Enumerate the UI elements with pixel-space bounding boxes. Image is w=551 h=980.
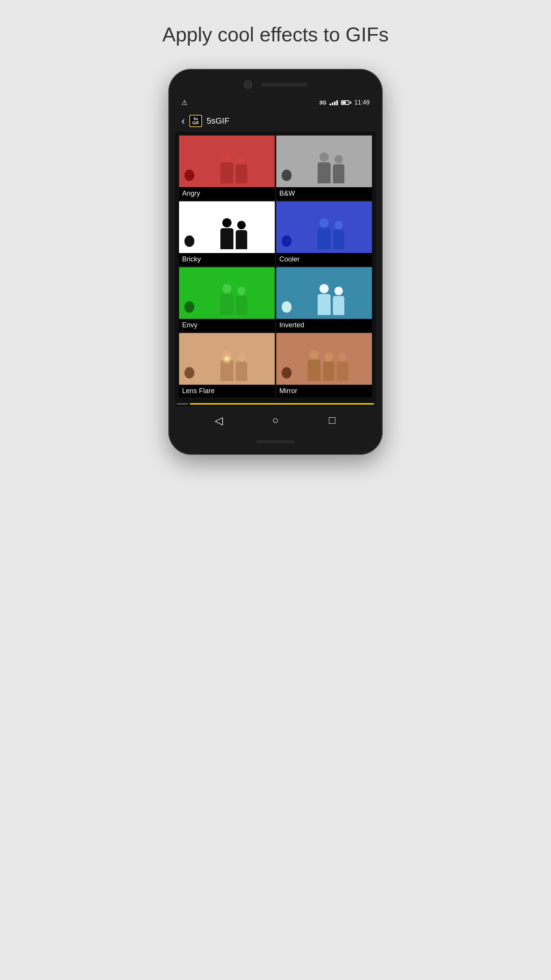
- figure-1: [318, 218, 331, 249]
- app-logo: 5s GIF: [189, 115, 202, 127]
- effect-label-lensflare: Lens Flare: [179, 385, 275, 397]
- effect-label-envy: Envy: [179, 319, 275, 332]
- effect-item-angry[interactable]: Angry: [179, 136, 275, 200]
- figure-2: [333, 221, 344, 249]
- warning-icon: ⚠: [181, 98, 187, 107]
- figure-2: [236, 353, 247, 381]
- signal-bar-3: [334, 101, 336, 105]
- effect-thumbnail-inverted: [276, 267, 372, 319]
- back-button[interactable]: ‹: [181, 115, 185, 127]
- effect-label-mirror: Mirror: [276, 385, 372, 397]
- effect-item-envy[interactable]: Envy: [179, 267, 275, 332]
- effect-label-bw: B&W: [276, 187, 372, 200]
- effect-item-lensflare[interactable]: Lens Flare: [179, 333, 275, 397]
- effect-thumbnail-envy: [179, 267, 275, 319]
- phone-bottom-bar: [175, 440, 376, 443]
- app-title: 5sGIF: [207, 116, 230, 126]
- signal-strength: 3G: [319, 100, 326, 106]
- phone-speaker: [261, 83, 307, 87]
- effect-item-bw[interactable]: B&W: [276, 136, 372, 200]
- effect-thumbnail-cooler: [276, 201, 372, 253]
- nav-back-button[interactable]: ◁: [209, 411, 228, 430]
- page-title: Apply cool effects to GIFs: [162, 23, 389, 46]
- effect-label-angry: Angry: [179, 187, 275, 200]
- figure-1: [318, 284, 331, 315]
- nav-bar: ◁ ○ □: [175, 407, 376, 434]
- battery-icon: [341, 100, 351, 105]
- effect-item-inverted[interactable]: Inverted: [276, 267, 372, 332]
- signal-bars: [329, 100, 338, 105]
- effect-label-bricky: Bricky: [179, 253, 275, 266]
- effect-label-cooler: Cooler: [276, 253, 372, 266]
- scroll-thumb-active: [190, 403, 374, 405]
- nav-home-button[interactable]: ○: [266, 411, 285, 430]
- phone-top-bar: [175, 80, 376, 89]
- lens-flare-effect: [221, 353, 233, 365]
- nav-recent-button[interactable]: □: [323, 411, 342, 430]
- figure-1: [220, 152, 233, 183]
- app-logo-bottom: GIF: [192, 121, 199, 125]
- signal-bar-4: [336, 100, 338, 105]
- effect-thumbnail-mirror: [276, 333, 372, 385]
- status-bar: ⚠ 3G 11:49: [175, 95, 376, 110]
- figure-2: [236, 155, 247, 183]
- scroll-thumb-inactive: [177, 403, 188, 405]
- battery-fill: [342, 101, 346, 104]
- effect-thumbnail-bw: [276, 136, 372, 187]
- figure-2: [323, 353, 334, 381]
- figure-2: [333, 155, 344, 183]
- phone-camera: [244, 80, 252, 89]
- effect-thumbnail-angry: [179, 136, 275, 187]
- scroll-indicator: [175, 401, 376, 407]
- battery-tip: [350, 101, 351, 104]
- effect-item-bricky[interactable]: Bricky: [179, 201, 275, 266]
- effects-grid: Angry B: [175, 132, 376, 401]
- battery-body: [341, 100, 349, 105]
- effect-thumbnail-lensflare: [179, 333, 275, 385]
- phone-screen: ⚠ 3G 11:49 ‹: [175, 95, 376, 434]
- figure-1: [220, 218, 233, 249]
- app-bar: ‹ 5s GIF 5sGIF: [175, 110, 376, 132]
- phone-mockup: ⚠ 3G 11:49 ‹: [168, 69, 383, 455]
- effect-item-mirror[interactable]: Mirror: [276, 333, 372, 397]
- status-right: 3G 11:49: [319, 99, 370, 106]
- signal-bar-2: [332, 103, 333, 105]
- figure-1: [220, 284, 233, 315]
- phone-bottom-speaker: [256, 440, 295, 443]
- effect-label-inverted: Inverted: [276, 319, 372, 332]
- figure-2: [236, 287, 247, 315]
- status-left: ⚠: [181, 98, 187, 107]
- figure-1: [308, 350, 321, 381]
- figure-2: [236, 221, 247, 249]
- figure-mirror: [337, 353, 348, 381]
- figure-2: [333, 287, 344, 315]
- time-display: 11:49: [354, 99, 370, 106]
- signal-bar-1: [329, 104, 331, 105]
- figure-1: [318, 152, 331, 183]
- effect-item-cooler[interactable]: Cooler: [276, 201, 372, 266]
- effect-thumbnail-bricky: [179, 201, 275, 253]
